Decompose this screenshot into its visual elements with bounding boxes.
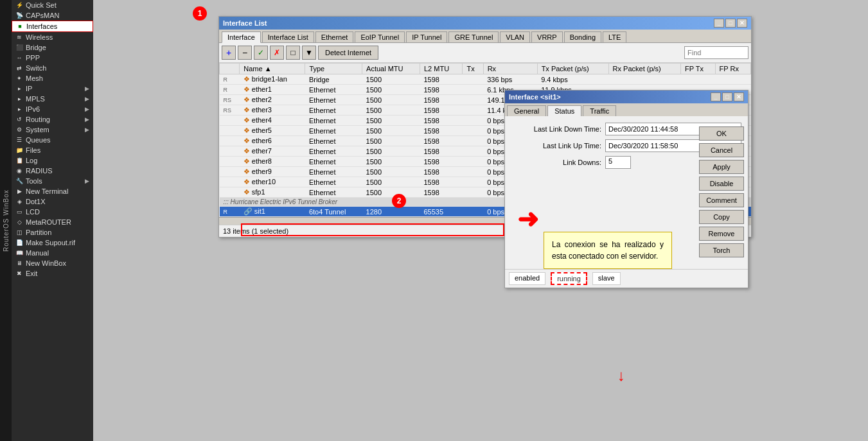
tab-bonding[interactable]: Bonding	[564, 31, 601, 42]
sidebar-item-routing[interactable]: ↺ Routing ▶	[12, 114, 93, 125]
col-rx[interactable]: Rx	[483, 64, 537, 74]
row-actual-mtu: 1280	[362, 207, 420, 217]
tab-gre-tunnel[interactable]: GRE Tunnel	[448, 31, 499, 42]
sidebar-item-tools[interactable]: 🔧 Tools ▶	[12, 176, 93, 186]
row-l2-mtu: 1598	[420, 105, 463, 116]
enable-button[interactable]: ✓	[254, 46, 268, 60]
sidebar-item-make-supout[interactable]: 📄 Make Supout.rif	[12, 238, 93, 248]
sidebar-item-bridge[interactable]: ⬛ Bridge	[12, 42, 93, 53]
minimize-button[interactable]: _	[714, 19, 724, 28]
close-button[interactable]: ✕	[737, 19, 747, 28]
col-tx-pps[interactable]: Tx Packet (p/s)	[537, 64, 608, 74]
last-link-down-label: Last Link Down Time:	[511, 125, 601, 133]
window-controls: _ □ ✕	[714, 19, 747, 28]
apply-button[interactable]: Apply	[699, 160, 744, 174]
col-name[interactable]: Name ▲	[240, 64, 305, 74]
detail-close-button[interactable]: ✕	[734, 92, 744, 101]
window-title: Interface List	[223, 19, 267, 27]
cancel-button[interactable]: Cancel	[699, 143, 744, 157]
col-type[interactable]: Type	[305, 64, 362, 74]
tab-status[interactable]: Status	[547, 105, 581, 116]
col-l2-mtu[interactable]: L2 MTU	[420, 64, 463, 74]
row-type: Ethernet	[305, 146, 362, 157]
find-input[interactable]	[684, 46, 748, 59]
link-downs-value: 5	[605, 156, 631, 169]
detail-minimize-button[interactable]: _	[711, 92, 721, 101]
row-flag	[220, 157, 240, 167]
row-l2-mtu: 1598	[420, 116, 463, 126]
sidebar-item-exit[interactable]: ✖ Exit	[12, 268, 93, 279]
sidebar-item-label: Queues	[26, 136, 51, 144]
sidebar-item-interfaces[interactable]: ■ Interfaces	[12, 21, 93, 32]
sidebar-item-new-winbox[interactable]: 🖥 New WinBox	[12, 258, 93, 268]
tab-vlan[interactable]: VLAN	[500, 31, 530, 42]
maximize-button[interactable]: □	[725, 19, 736, 28]
tab-vrrp[interactable]: VRRP	[531, 31, 563, 42]
sidebar-item-dot1x[interactable]: ◈ Dot1X	[12, 196, 93, 207]
tab-interface-list[interactable]: Interface List	[262, 31, 314, 42]
tab-ip-tunnel[interactable]: IP Tunnel	[406, 31, 447, 42]
row-tx	[463, 95, 483, 105]
sidebar-item-new-terminal[interactable]: ▶ New Terminal	[12, 186, 93, 196]
torch-button[interactable]: Torch	[699, 243, 744, 257]
tab-interface[interactable]: Interface	[222, 31, 261, 43]
copy-button[interactable]: □	[286, 46, 300, 60]
detail-maximize-button[interactable]: □	[722, 92, 732, 101]
sidebar-item-system[interactable]: ⚙ System ▶	[12, 125, 93, 135]
row-actual-mtu: 1500	[362, 95, 420, 105]
tab-traffic[interactable]: Traffic	[583, 105, 616, 116]
col-actual-mtu[interactable]: Actual MTU	[362, 64, 420, 74]
sidebar-item-ppp[interactable]: ↔ PPP	[12, 53, 93, 63]
sidebar-item-label: CAPsMAN	[26, 12, 60, 19]
disable-button[interactable]: Disable	[699, 177, 744, 191]
sidebar-item-log[interactable]: 📋 Log	[12, 155, 93, 166]
lcd-icon: ▭	[15, 208, 23, 216]
row-actual-mtu: 1500	[362, 136, 420, 146]
row-rx-pps	[608, 74, 681, 85]
tab-general[interactable]: General	[507, 105, 546, 116]
row-l2-mtu: 1598	[420, 187, 463, 198]
sidebar-item-manual[interactable]: 📖 Manual	[12, 248, 93, 258]
comment-button[interactable]: Comment	[699, 193, 744, 207]
row-name: ❖ether4	[240, 116, 305, 126]
col-tx[interactable]: Tx	[463, 64, 483, 74]
table-row[interactable]: R ❖bridge1-lan Bridge 1500 1598 336 bps …	[220, 74, 751, 85]
row-name: ❖ether9	[240, 167, 305, 177]
sidebar-items: ⚡ Quick Set 📡 CAPsMAN ■ Interfaces ≋ Wir…	[12, 0, 93, 441]
sidebar-item-files[interactable]: 📁 Files	[12, 145, 93, 155]
ok-button[interactable]: OK	[699, 126, 744, 141]
remove-button[interactable]: −	[238, 46, 252, 60]
tab-lte[interactable]: LTE	[603, 31, 626, 42]
row-actual-mtu: 1500	[362, 105, 420, 116]
sidebar-item-label: Partition	[26, 229, 51, 236]
col-flag[interactable]	[220, 64, 240, 74]
col-rx-pps[interactable]: Rx Packet (p/s)	[608, 64, 681, 74]
filter-button[interactable]: ▼	[302, 46, 316, 60]
sidebar-item-partition[interactable]: ◫ Partition	[12, 227, 93, 238]
copy-button[interactable]: Copy	[699, 210, 744, 224]
sidebar-item-mpls[interactable]: ▸ MPLS ▶	[12, 94, 93, 104]
remove-button[interactable]: Remove	[699, 227, 744, 241]
tab-ethernet[interactable]: Ethernet	[315, 31, 354, 42]
sidebar-item-ipv6[interactable]: ▸ IPv6 ▶	[12, 104, 93, 114]
tab-eoip-tunnel[interactable]: EoIP Tunnel	[355, 31, 405, 42]
sidebar-item-mesh[interactable]: ✦ Mesh	[12, 73, 93, 83]
detect-internet-button[interactable]: Detect Internet	[318, 46, 378, 60]
sidebar-item-wireless[interactable]: ≋ Wireless	[12, 32, 93, 42]
sidebar-item-label: Make Supout.rif	[26, 239, 75, 246]
detail-body: General Status Traffic Last Link Down Ti…	[505, 103, 748, 179]
sidebar: RouterOS WinBox ⚡ Quick Set 📡 CAPsMAN ■ …	[0, 0, 93, 441]
sidebar-item-capsman[interactable]: 📡 CAPsMAN	[12, 10, 93, 21]
detail-titlebar: Interface <sit1> _ □ ✕	[505, 91, 748, 103]
sidebar-item-ip[interactable]: ▸ IP ▶	[12, 83, 93, 94]
add-button[interactable]: +	[222, 46, 236, 60]
col-fp-tx[interactable]: FP Tx	[681, 64, 716, 74]
disable-button[interactable]: ✗	[270, 46, 284, 60]
sidebar-item-lcd[interactable]: ▭ LCD	[12, 207, 93, 217]
sidebar-item-queues[interactable]: ☰ Queues	[12, 135, 93, 145]
sidebar-item-metarouter[interactable]: ◇ MetaROUTER	[12, 217, 93, 227]
sidebar-item-switch[interactable]: ⇄ Switch	[12, 63, 93, 73]
sidebar-item-quick-set[interactable]: ⚡ Quick Set	[12, 0, 93, 10]
sidebar-item-radius[interactable]: ◉ RADIUS	[12, 166, 93, 176]
col-fp-rx[interactable]: FP Rx	[715, 64, 750, 74]
